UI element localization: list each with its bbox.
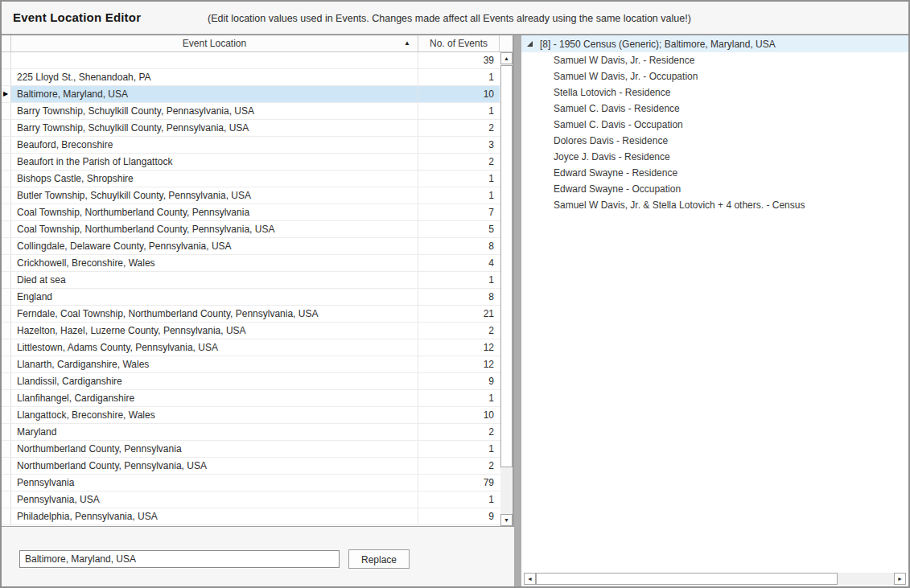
table-row[interactable]: Pennsylvania79 [2, 475, 513, 491]
no-of-events-cell[interactable]: 10 [418, 86, 500, 102]
table-row[interactable]: Llanarth, Cardiganshire, Wales12 [2, 356, 513, 373]
event-location-cell[interactable]: Barry Township, Schuylkill County, Penns… [11, 120, 418, 136]
event-location-cell[interactable]: Philadelphia, Pennsylvania, USA [11, 508, 418, 524]
table-row[interactable]: Llangattock, Breconshire, Wales10 [2, 407, 513, 424]
scroll-up-button[interactable]: ▲ [500, 52, 513, 64]
no-of-events-cell[interactable]: 3 [418, 137, 500, 153]
no-of-events-cell[interactable]: 39 [418, 52, 500, 68]
event-location-cell[interactable]: Northumberland County, Pennsylvania [11, 441, 418, 457]
no-of-events-cell[interactable]: 7 [418, 204, 500, 220]
table-row[interactable]: Llandissil, Cardiganshire9 [2, 373, 513, 390]
no-of-events-cell[interactable]: 5 [418, 221, 500, 237]
table-row[interactable]: England8 [2, 289, 513, 306]
table-row[interactable]: ▶Baltimore, Maryland, USA10 [2, 86, 513, 103]
no-of-events-cell[interactable]: 2 [418, 154, 500, 170]
panel-splitter[interactable] [514, 35, 521, 586]
no-of-events-cell[interactable]: 1 [418, 491, 500, 508]
no-of-events-cell[interactable]: 10 [418, 407, 500, 423]
table-row[interactable]: Littlestown, Adams County, Pennsylvania,… [2, 339, 513, 356]
table-row[interactable]: Beauford, Breconshire3 [2, 137, 513, 154]
tree-child-item[interactable]: Edward Swayne - Occupation [521, 181, 908, 197]
event-location-cell[interactable]: Died at sea [11, 272, 418, 288]
no-of-events-cell[interactable]: 12 [418, 339, 500, 356]
scroll-left-button[interactable]: ◄ [524, 573, 536, 585]
table-row[interactable]: Northumberland County, Pennsylvania1 [2, 441, 513, 458]
no-of-events-cell[interactable]: 1 [418, 187, 500, 204]
table-row[interactable]: Hazelton, Hazel, Luzerne County, Pennsyl… [2, 323, 513, 339]
table-row[interactable]: Coal Township, Northumberland County, Pe… [2, 221, 513, 238]
event-location-cell[interactable]: Ferndale, Coal Township, Northumberland … [11, 306, 418, 322]
no-of-events-cell[interactable]: 4 [418, 255, 500, 271]
table-row[interactable]: Ferndale, Coal Township, Northumberland … [2, 306, 513, 323]
tree-child-item[interactable]: Edward Swayne - Residence [521, 165, 908, 181]
tree-child-item[interactable]: Stella Lotovich - Residence [521, 84, 908, 101]
grid-vertical-scrollbar[interactable]: ▲ ▼ [500, 52, 513, 526]
event-location-cell[interactable]: Barry Township, Schuylkill County, Penna… [11, 103, 418, 119]
table-row[interactable]: Collingdale, Delaware County, Pennsylvan… [2, 238, 513, 255]
table-row[interactable]: Barry Township, Schuylkill County, Penna… [2, 103, 513, 120]
event-location-cell[interactable]: Crickhowell, Breconshire, Wales [11, 255, 418, 271]
no-of-events-cell[interactable]: 9 [418, 508, 500, 524]
table-row[interactable]: Llanfihangel, Cardiganshire1 [2, 390, 513, 407]
table-row[interactable]: Pennsylvania, USA1 [2, 491, 513, 508]
event-location-cell[interactable]: Butler Township, Schuylkill County, Penn… [11, 187, 418, 204]
event-location-cell[interactable]: Bishops Castle, Shropshire [11, 171, 418, 187]
no-of-events-cell[interactable]: 1 [418, 103, 500, 119]
no-of-events-cell[interactable]: 12 [418, 356, 500, 372]
event-location-cell[interactable]: Northumberland County, Pennsylvania, USA [11, 458, 418, 474]
table-row[interactable]: Crickhowell, Breconshire, Wales4 [2, 255, 513, 272]
no-of-events-cell[interactable]: 2 [418, 323, 500, 339]
table-row[interactable]: Maryland2 [2, 424, 513, 441]
event-location-cell[interactable]: Coal Township, Northumberland County, Pe… [11, 221, 418, 237]
replace-button[interactable]: Replace [348, 549, 410, 569]
event-location-cell[interactable]: Pennsylvania, USA [11, 491, 418, 508]
tree-child-item[interactable]: Samuel C. Davis - Occupation [521, 117, 908, 133]
no-of-events-cell[interactable]: 79 [418, 475, 500, 491]
tree-child-item[interactable]: Samuel W Davis, Jr. - Occupation [521, 68, 908, 84]
horizontal-scrollbar-track[interactable] [838, 573, 894, 585]
table-row[interactable]: Butler Township, Schuylkill County, Penn… [2, 187, 513, 204]
table-row[interactable]: Northumberland County, Pennsylvania, USA… [2, 458, 513, 475]
tree-root-item[interactable]: [8] - 1950 Census (Generic); Baltimore, … [521, 35, 908, 52]
tree-child-item[interactable]: Samuel W Davis, Jr. - Residence [521, 52, 908, 68]
no-of-events-cell[interactable]: 8 [418, 289, 500, 305]
table-row[interactable]: Died at sea1 [2, 272, 513, 289]
no-of-events-cell[interactable]: 1 [418, 69, 500, 85]
event-location-cell[interactable]: Maryland [11, 424, 418, 440]
event-location-cell[interactable]: Llanfihangel, Cardiganshire [11, 390, 418, 406]
event-location-cell[interactable]: Collingdale, Delaware County, Pennsylvan… [11, 238, 418, 254]
event-location-cell[interactable]: Littlestown, Adams County, Pennsylvania,… [11, 339, 418, 356]
event-location-cell[interactable]: Pennsylvania [11, 475, 418, 491]
event-location-cell[interactable]: Llangattock, Breconshire, Wales [11, 407, 418, 423]
tree-child-item[interactable]: Samuel C. Davis - Residence [521, 101, 908, 117]
tree-child-item[interactable]: Joyce J. Davis - Residence [521, 149, 908, 165]
column-header-event-location[interactable]: Event Location ▲ [11, 35, 418, 51]
table-row[interactable]: Philadelphia, Pennsylvania, USA9 [2, 508, 513, 525]
scroll-down-button[interactable]: ▼ [500, 514, 513, 526]
no-of-events-cell[interactable]: 2 [418, 458, 500, 474]
table-row[interactable]: 39 [2, 52, 513, 69]
event-location-cell[interactable]: Beaufort in the Parish of Llangattock [11, 154, 418, 170]
event-location-cell[interactable]: Coal Township, Northumberland County, Pe… [11, 204, 418, 220]
no-of-events-cell[interactable]: 1 [418, 390, 500, 406]
no-of-events-cell[interactable]: 1 [418, 171, 500, 187]
horizontal-scrollbar-thumb[interactable] [536, 573, 838, 585]
event-location-cell[interactable]: England [11, 289, 418, 305]
event-location-cell[interactable]: Hazelton, Hazel, Luzerne County, Pennsyl… [11, 323, 418, 339]
event-location-cell[interactable]: Llandissil, Cardiganshire [11, 373, 418, 389]
event-location-cell[interactable] [11, 52, 418, 68]
no-of-events-cell[interactable]: 1 [418, 272, 500, 288]
event-location-cell[interactable]: Baltimore, Maryland, USA [11, 86, 418, 102]
no-of-events-cell[interactable]: 8 [418, 238, 500, 254]
table-row[interactable]: Coal Township, Northumberland County, Pe… [2, 204, 513, 221]
no-of-events-cell[interactable]: 2 [418, 424, 500, 440]
no-of-events-cell[interactable]: 9 [418, 373, 500, 389]
table-row[interactable]: 225 Lloyd St., Shenandoah, PA1 [2, 69, 513, 86]
event-location-cell[interactable]: Llanarth, Cardiganshire, Wales [11, 356, 418, 372]
no-of-events-cell[interactable]: 1 [418, 441, 500, 457]
table-row[interactable]: Beaufort in the Parish of Llangattock2 [2, 154, 513, 171]
no-of-events-cell[interactable]: 2 [418, 120, 500, 136]
tree-expander-icon[interactable] [527, 41, 533, 47]
no-of-events-cell[interactable]: 21 [418, 306, 500, 322]
scroll-right-button[interactable]: ► [894, 573, 906, 585]
